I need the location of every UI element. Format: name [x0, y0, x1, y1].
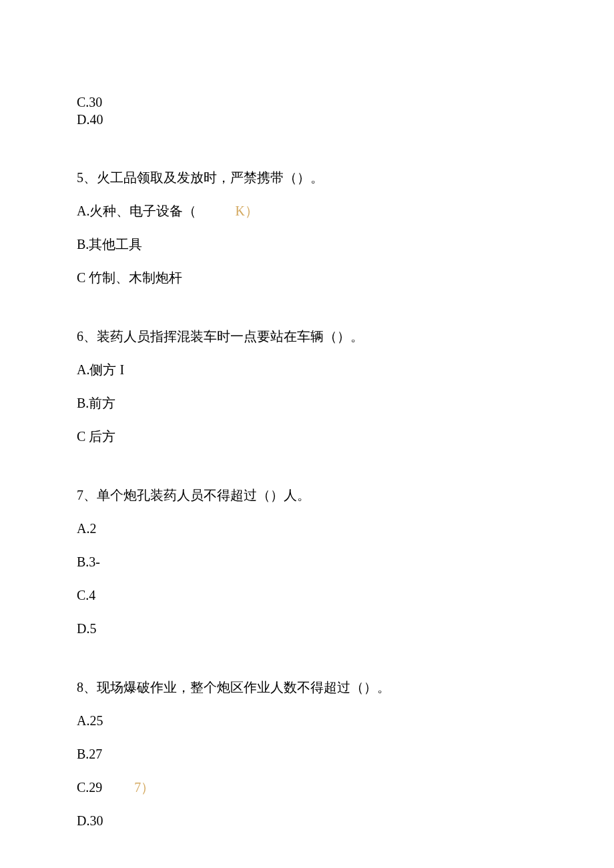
option-c: C.4 — [77, 586, 537, 604]
option-b: B.其他工具 — [77, 235, 537, 254]
option-b: B.27 — [77, 745, 537, 763]
option-a: A.25 — [77, 711, 537, 730]
option-a: A.2 — [77, 519, 537, 538]
option-a: A.侧方 I — [77, 360, 537, 379]
option-a: A.火种、电子设备（K） — [77, 201, 537, 220]
question-7: 7、单个炮孔装药人员不得超过（）人。 A.2 B.3- C.4 D.5 — [77, 486, 537, 638]
option-c: C.297） — [77, 778, 537, 797]
option-d: D.40 — [77, 111, 537, 128]
option-c: C 竹制、木制炮杆 — [77, 268, 537, 287]
option-b: B.前方 — [77, 394, 537, 412]
annotation-7: 7） — [134, 780, 154, 795]
option-c: C.30 — [77, 93, 537, 111]
previous-question-tail: C.30 D.40 — [77, 93, 537, 128]
question-text: 7、单个炮孔装药人员不得超过（）人。 — [77, 486, 537, 504]
question-text: 5、火工品领取及发放时，严禁携带（）。 — [77, 168, 537, 187]
option-d: D.30 — [77, 811, 537, 830]
question-8: 8、现场爆破作业，整个炮区作业人数不得超过（）。 A.25 B.27 C.297… — [77, 678, 537, 830]
option-c: C 后方 — [77, 427, 537, 446]
question-text: 6、装药人员指挥混装车时一点要站在车辆（）。 — [77, 327, 537, 346]
option-b: B.3- — [77, 552, 537, 571]
option-c-text: C.29 — [77, 780, 102, 795]
question-6: 6、装药人员指挥混装车时一点要站在车辆（）。 A.侧方 I B.前方 C 后方 — [77, 327, 537, 446]
annotation-k: K） — [235, 203, 258, 218]
option-d: D.5 — [77, 619, 537, 638]
question-5: 5、火工品领取及发放时，严禁携带（）。 A.火种、电子设备（K） B.其他工具 … — [77, 168, 537, 287]
option-a-text: A.火种、电子设备（ — [77, 203, 196, 218]
question-text: 8、现场爆破作业，整个炮区作业人数不得超过（）。 — [77, 678, 537, 697]
